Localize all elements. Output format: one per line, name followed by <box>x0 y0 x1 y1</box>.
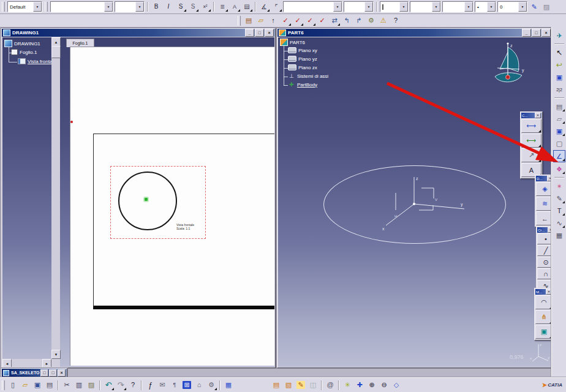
floating-toolbar-titlebar[interactable]: Cr...× <box>537 227 551 233</box>
tree-item-piano-yz[interactable]: Piano yz <box>288 56 317 62</box>
two-two-icon[interactable]: 2|2 <box>554 84 565 95</box>
export-icon[interactable]: ↱ <box>353 15 364 26</box>
chevron-down-icon[interactable]: ▼ <box>432 2 440 12</box>
chevron-down-icon[interactable]: ▼ <box>33 2 42 12</box>
scrollbar-thumb[interactable] <box>51 46 61 58</box>
strikethrough-button[interactable]: S <box>187 1 198 12</box>
close-button[interactable]: × <box>265 29 274 37</box>
tree-item-foglio1[interactable]: Foglio.1 <box>11 49 37 55</box>
paste-window-icon[interactable]: ▣ <box>554 72 565 83</box>
pan-icon[interactable]: ✚ <box>354 380 365 391</box>
catalog-browser-icon[interactable]: ▤ <box>271 380 282 391</box>
zoom-out-icon[interactable]: ⊖ <box>379 380 390 391</box>
window-blue-icon[interactable]: ▣ <box>554 126 565 137</box>
palette-icon[interactable]: ❖ <box>554 164 565 175</box>
drawing-window-titlebar[interactable]: DRAWING1 _ □ × <box>2 29 275 37</box>
grid-icon[interactable]: ▦ <box>554 230 565 241</box>
sketcher-icon[interactable]: ∠ <box>553 150 565 162</box>
redo-icon[interactable]: ↷ <box>115 380 126 391</box>
compass-origin-dot[interactable] <box>506 75 510 80</box>
tree-horizontal-scrollbar[interactable]: ◄ ► <box>2 359 51 367</box>
pencil-grid-icon[interactable]: ✎ <box>554 193 565 204</box>
close-icon[interactable]: × <box>547 176 551 181</box>
close-button[interactable]: × <box>541 29 551 37</box>
upload-icon[interactable]: ↑ <box>268 15 279 26</box>
italic-button[interactable]: I <box>163 1 174 12</box>
maximize-button[interactable]: □ <box>532 29 541 37</box>
minimize-button[interactable]: _ <box>245 29 254 37</box>
zoom-in-icon[interactable]: ⊕ <box>366 380 377 391</box>
update-catalog-icon[interactable]: ✓ <box>317 15 328 26</box>
update-sheets-icon[interactable]: ✓ <box>280 15 291 26</box>
tree-item-vista-frontale[interactable]: Vista frontale <box>18 58 56 64</box>
underline-button[interactable]: S <box>175 1 186 12</box>
return-arrow-icon[interactable]: ↩ <box>554 59 565 70</box>
maximize-button[interactable]: □ <box>255 29 264 37</box>
new-document-icon[interactable]: ▯ <box>7 380 18 391</box>
scroll-up-icon[interactable]: ▲ <box>51 37 61 47</box>
profile-icon[interactable]: ∩ <box>537 268 551 279</box>
knowledge-advisor-icon[interactable]: ¶ <box>169 380 180 391</box>
minimize-button[interactable]: _ <box>522 29 531 37</box>
toolbar-handle[interactable] <box>2 2 5 12</box>
save-icon[interactable]: ▣ <box>32 380 43 391</box>
weight-value-combo[interactable]: 0 ▼ <box>497 1 527 12</box>
tree-item-partbody[interactable]: ✛PartBody <box>288 81 317 88</box>
corner-arc-icon[interactable]: ◠ <box>535 295 551 309</box>
construction-element-icon[interactable]: ≋ <box>536 197 551 211</box>
wheel-icon[interactable]: ✶ <box>554 181 565 192</box>
lock-icon[interactable]: ⌂ <box>194 380 205 391</box>
style-name-combo[interactable]: ▼ <box>283 1 342 12</box>
calculator-icon[interactable]: ⊞ <box>181 380 192 391</box>
point-style-combo[interactable]: • ▼ <box>475 1 496 12</box>
warning-icon[interactable]: ⚠ <box>378 15 389 26</box>
floating-toolbar-titlebar[interactable]: M...× <box>535 289 551 295</box>
hatch-pattern-icon[interactable]: ▨ <box>541 1 552 12</box>
floating-toolbar-titlebar[interactable]: C...× <box>521 113 541 118</box>
undo-icon[interactable]: ↶ <box>103 380 114 391</box>
line-type-combo[interactable]: ▼ <box>442 1 474 12</box>
frame-text-button[interactable]: ▤ <box>241 1 252 12</box>
circle-icon[interactable]: ⊙ <box>537 257 551 268</box>
open-catalog-icon[interactable]: ▱ <box>255 15 266 26</box>
scroll-left-icon[interactable]: ◄ <box>2 359 12 367</box>
white-square-icon[interactable]: ▢ <box>554 138 565 149</box>
style-size-combo[interactable]: ▼ <box>344 1 374 12</box>
datum-icon[interactable]: ◫ <box>308 380 319 391</box>
tree-item-sistemi-di-assi[interactable]: ⊥Sistemi di assi <box>288 73 328 79</box>
floating-toolbar-titlebar[interactable]: D...× <box>536 176 551 181</box>
close-icon[interactable]: × <box>535 113 541 118</box>
grid-snap-icon[interactable]: ▦ <box>223 380 234 391</box>
close-icon[interactable]: × <box>546 289 551 295</box>
line-weight-combo[interactable]: ▼ <box>410 1 441 12</box>
scroll-right-icon[interactable]: ► <box>42 359 51 367</box>
chevron-down-icon[interactable]: ▼ <box>135 2 144 12</box>
tree-item-piano-zx[interactable]: Piano zx <box>288 64 317 70</box>
bold-button[interactable]: B <box>151 1 162 12</box>
part-window-titlebar[interactable]: PART6 _ □ × <box>277 29 552 37</box>
justify-button[interactable]: ≡ <box>217 1 228 12</box>
font-size-combo[interactable]: ▼ <box>115 1 145 12</box>
anchor-point-icon[interactable]: ∡ <box>258 1 270 12</box>
scroll-down-icon[interactable]: ▼ <box>51 350 61 359</box>
chevron-down-icon[interactable]: ▼ <box>518 2 527 12</box>
style-preset-combo[interactable]: Default ▼ <box>7 1 42 12</box>
toolbar-handle[interactable] <box>238 16 241 26</box>
compass-top-dot[interactable] <box>507 42 508 44</box>
check-analysis-icon[interactable]: ⚙ <box>366 15 377 26</box>
chevron-down-icon[interactable]: ▼ <box>399 2 408 12</box>
text-T-icon[interactable]: T <box>554 205 565 216</box>
mirror-icon[interactable]: ⋔ <box>535 310 551 324</box>
line-icon[interactable]: ╱ <box>537 245 551 256</box>
chevron-down-icon[interactable]: ▼ <box>487 2 496 12</box>
gears-icon[interactable]: ⚙ <box>206 380 217 391</box>
insert-object-icon[interactable]: ▤ <box>243 15 254 26</box>
select-cursor-icon[interactable]: ↖ <box>554 47 565 58</box>
help-icon[interactable]: ? <box>390 15 401 26</box>
copy-icon[interactable]: ▥ <box>74 380 85 391</box>
tree-vertical-scrollbar[interactable]: ▲ ▼ <box>51 37 60 359</box>
axis-triad[interactable]: z y x V H <box>376 173 468 244</box>
update-dimensions-icon[interactable]: ✓ <box>304 15 315 26</box>
whats-this-icon[interactable]: ? <box>127 380 138 391</box>
sketcher-pencil-icon[interactable]: ✎ <box>295 380 306 391</box>
